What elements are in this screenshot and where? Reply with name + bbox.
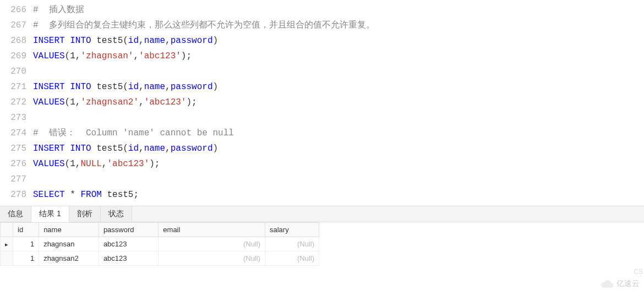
code-line[interactable]: VALUES(1,'zhagnsan','abc123'); <box>33 48 644 64</box>
code-line[interactable]: # 错误： Column 'name' cannot be null <box>33 125 644 141</box>
code-line[interactable]: VALUES(1,NULL,'abc123'); <box>33 156 644 172</box>
cloud-icon <box>600 279 614 289</box>
row-marker <box>1 251 13 266</box>
line-number-gutter: 266267268269270271272273274275276277278 <box>0 2 33 202</box>
result-header-row: idnamepasswordemailsalary <box>1 223 319 237</box>
cell[interactable]: zhagnsan <box>39 237 99 251</box>
code-line[interactable]: SELECT * FROM test5; <box>33 187 644 202</box>
corner-mark: CS <box>634 268 643 276</box>
tab-状态[interactable]: 状态 <box>101 206 132 222</box>
line-number: 278 <box>0 187 26 202</box>
code-line[interactable]: INSERT INTO test5(id,name,password) <box>33 141 644 156</box>
code-line[interactable]: INSERT INTO test5(id,name,password) <box>33 79 644 95</box>
line-number: 273 <box>0 110 26 125</box>
row-marker-header <box>1 223 13 237</box>
tab-剖析[interactable]: 剖析 <box>69 206 101 222</box>
code-line[interactable]: # 多列组合的复合主键约束，那么这些列都不允许为空值，并且组合的值不允许重复。 <box>33 18 644 33</box>
line-number: 270 <box>0 64 26 79</box>
row-marker <box>1 237 13 251</box>
watermark: 亿速云 <box>600 279 640 289</box>
result-tabs: 信息结果 1剖析状态 <box>0 206 644 222</box>
code-line[interactable] <box>33 64 644 79</box>
tab-信息[interactable]: 信息 <box>0 206 31 222</box>
line-number: 267 <box>0 18 26 33</box>
watermark-text: 亿速云 <box>616 279 640 289</box>
code-line[interactable]: # 插入数据 <box>33 2 644 18</box>
line-number: 276 <box>0 156 26 172</box>
column-header-name[interactable]: name <box>39 223 99 237</box>
table-row[interactable]: 1zhagnsanabc123(Null)(Null) <box>1 237 319 251</box>
line-number: 275 <box>0 141 26 156</box>
line-number: 268 <box>0 33 26 48</box>
column-header-email[interactable]: email <box>159 223 265 237</box>
cell[interactable]: (Null) <box>265 237 319 251</box>
line-number: 274 <box>0 125 26 141</box>
line-number: 269 <box>0 48 26 64</box>
cell[interactable]: abc123 <box>99 251 158 266</box>
result-body: 1zhagnsanabc123(Null)(Null)1zhagnsan2abc… <box>1 237 319 266</box>
result-grid[interactable]: idnamepasswordemailsalary 1zhagnsanabc12… <box>0 222 319 266</box>
code-editor[interactable]: 266267268269270271272273274275276277278 … <box>0 0 644 202</box>
cell[interactable]: 1 <box>13 251 39 266</box>
code-line[interactable] <box>33 110 644 125</box>
tab-结果 1[interactable]: 结果 1 <box>31 206 69 222</box>
cell[interactable]: zhagnsan2 <box>39 251 99 266</box>
cell[interactable]: (Null) <box>265 251 319 266</box>
cell[interactable]: (Null) <box>159 251 265 266</box>
column-header-id[interactable]: id <box>13 223 39 237</box>
column-header-password[interactable]: password <box>99 223 158 237</box>
cell[interactable]: 1 <box>13 237 39 251</box>
line-number: 266 <box>0 2 26 18</box>
code-line[interactable]: VALUES(1,'zhagnsan2','abc123'); <box>33 95 644 110</box>
column-header-salary[interactable]: salary <box>265 223 319 237</box>
code-area[interactable]: # 插入数据# 多列组合的复合主键约束，那么这些列都不允许为空值，并且组合的值不… <box>33 2 644 202</box>
table-row[interactable]: 1zhagnsan2abc123(Null)(Null) <box>1 251 319 266</box>
code-line[interactable] <box>33 172 644 187</box>
cell[interactable]: (Null) <box>159 237 265 251</box>
line-number: 271 <box>0 79 26 95</box>
cell[interactable]: abc123 <box>99 237 158 251</box>
line-number: 272 <box>0 95 26 110</box>
line-number: 277 <box>0 172 26 187</box>
code-line[interactable]: INSERT INTO test5(id,name,password) <box>33 33 644 48</box>
